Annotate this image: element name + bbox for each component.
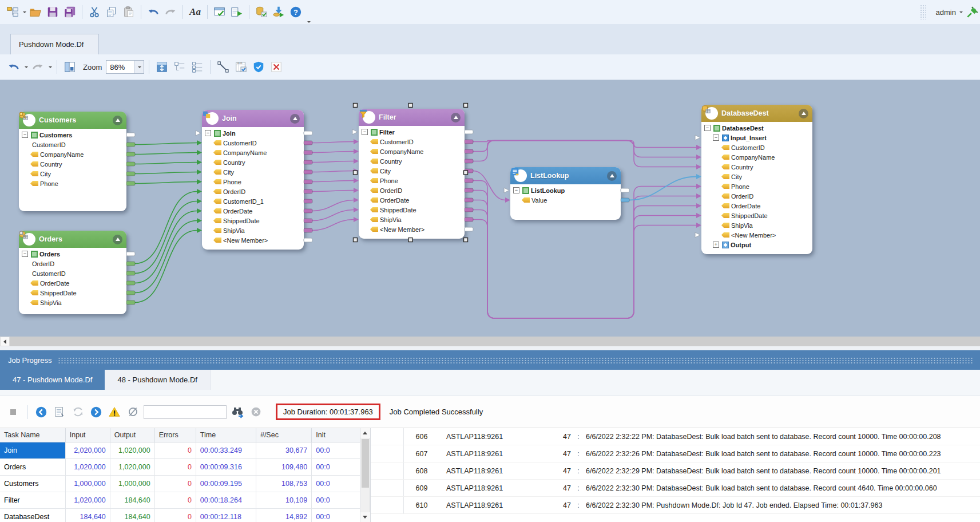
node-row[interactable]: CustomerID: [701, 143, 812, 152]
redo-button[interactable]: [162, 4, 178, 20]
canvas-horizontal-scrollbar[interactable]: [0, 337, 980, 346]
node-row[interactable]: ShipVia: [359, 215, 465, 224]
task-cell-output[interactable]: 184,640: [110, 509, 155, 522]
collapse-node-button[interactable]: [799, 109, 808, 118]
connection-wire[interactable]: [135, 211, 197, 283]
task-cell-init[interactable]: 00:0: [312, 442, 360, 459]
node-row[interactable]: CustomerID: [202, 138, 304, 148]
task-cell-input[interactable]: 1,020,000: [66, 459, 110, 476]
task-cell-task[interactable]: Filter: [0, 492, 66, 509]
collapse-node-button[interactable]: [113, 116, 122, 125]
help-button[interactable]: ?: [288, 4, 304, 20]
expander-plus-icon[interactable]: +: [713, 242, 719, 248]
link-style-button[interactable]: [215, 59, 231, 75]
task-cell-time[interactable]: 00:00:09.316: [196, 459, 256, 476]
node-header-join[interactable]: Join: [202, 110, 304, 127]
expander-minus-icon[interactable]: −: [205, 130, 211, 136]
task-cell-task[interactable]: Orders: [0, 459, 66, 476]
task-cell-errors[interactable]: 0: [155, 442, 196, 459]
designer-undo-button[interactable]: [6, 59, 22, 75]
admin-menu-caret[interactable]: [959, 11, 963, 13]
node-row[interactable]: CompanyName: [202, 148, 304, 157]
node-row[interactable]: OrderID: [701, 191, 812, 201]
task-cell-init[interactable]: 00:0: [312, 476, 360, 492]
node-header-databasedest[interactable]: DatabaseDest: [701, 105, 812, 122]
connection-wire[interactable]: [312, 152, 354, 153]
undo-history-caret[interactable]: [25, 66, 28, 68]
designer-redo-button[interactable]: [30, 59, 46, 75]
zoom-value[interactable]: 86%: [106, 63, 134, 72]
connection-wire[interactable]: [473, 141, 696, 157]
cut-button[interactable]: [86, 4, 102, 20]
expander-minus-icon[interactable]: −: [22, 251, 28, 257]
connection-wire[interactable]: [312, 171, 354, 172]
node-row[interactable]: −ListLookup: [510, 185, 621, 195]
node-row[interactable]: Country: [19, 159, 126, 169]
horizontal-layout-button[interactable]: [172, 59, 188, 75]
task-cell-errors[interactable]: 0: [155, 459, 196, 476]
verify-database-button[interactable]: [253, 4, 269, 20]
connection-wire[interactable]: [312, 210, 354, 221]
connection-wire[interactable]: [135, 163, 197, 164]
node-row[interactable]: CustomerID_1: [202, 196, 304, 206]
task-cell-output[interactable]: 184,640: [110, 492, 155, 509]
task-cell-errors[interactable]: 0: [155, 492, 196, 509]
dataflow-canvas[interactable]: Customers −CustomersCustomerIDCompanyNam…: [0, 80, 980, 337]
connection-wire[interactable]: [135, 221, 197, 293]
node-databasedest[interactable]: DatabaseDest −DatabaseDest−Input_InsertC…: [701, 105, 812, 254]
connection-wire[interactable]: [135, 192, 197, 264]
task-table-scrollbar[interactable]: [360, 428, 370, 522]
task-cell-task[interactable]: Customers: [0, 476, 66, 492]
task-cell-input[interactable]: 1,020,000: [66, 492, 110, 509]
task-row-customers[interactable]: Customers1,000,0001,000,000000:00:09.195…: [0, 476, 360, 492]
node-row[interactable]: Phone: [19, 179, 126, 188]
expander-minus-icon[interactable]: −: [513, 187, 519, 193]
log-row-610[interactable]: 610ASTLAP118:926147:6/6/2022 2:32:30 PM:…: [371, 497, 980, 514]
next-job-button[interactable]: [89, 405, 104, 420]
node-row[interactable]: ShipVia: [202, 226, 304, 235]
save-all-button[interactable]: [62, 4, 78, 20]
connection-wire[interactable]: [135, 201, 197, 274]
node-header-listlookup[interactable]: ListLookup: [510, 167, 621, 184]
node-row[interactable]: Country: [701, 162, 812, 172]
expander-minus-icon[interactable]: −: [362, 129, 368, 135]
task-cell-errors[interactable]: 0: [155, 509, 196, 522]
vertical-layout-button[interactable]: [189, 59, 205, 75]
connection-wire[interactable]: [135, 153, 197, 155]
node-row[interactable]: <New Member>: [359, 224, 465, 234]
task-row-join[interactable]: Join2,020,0001,020,000000:00:33.24930,67…: [0, 442, 360, 459]
connection-wire[interactable]: [135, 143, 197, 145]
connection-wire[interactable]: [135, 172, 197, 174]
node-row[interactable]: −Input_Insert: [701, 133, 812, 143]
node-row[interactable]: −Orders: [19, 249, 126, 259]
node-row[interactable]: CompanyName: [701, 152, 812, 162]
node-row[interactable]: City: [202, 167, 304, 177]
task-row-filter[interactable]: Filter1,020,000184,640000:00:18.26410,10…: [0, 492, 360, 509]
connection-wire[interactable]: [312, 181, 354, 182]
validate-window-button[interactable]: [212, 4, 228, 20]
clear-button[interactable]: [248, 405, 263, 420]
secure-mode-button[interactable]: [251, 59, 267, 75]
new-dropdown-caret[interactable]: [23, 11, 26, 13]
new-dataflow-button[interactable]: [5, 4, 21, 20]
task-cell-input[interactable]: 184,640: [66, 509, 110, 522]
collapse-node-button[interactable]: [290, 114, 300, 124]
task-cell-task[interactable]: DatabaseDest: [0, 509, 66, 522]
node-row[interactable]: OrderID: [359, 185, 465, 195]
connection-wire[interactable]: [473, 171, 505, 200]
log-row-606[interactable]: 606ASTLAP118:926147:6/6/2022 2:32:22 PM:…: [371, 428, 980, 445]
connection-wire[interactable]: [312, 200, 354, 211]
node-row[interactable]: −DatabaseDest: [701, 123, 812, 133]
job-tab-48[interactable]: 48 - Pushdown Mode.Df: [105, 370, 210, 390]
scrollbar-thumb[interactable]: [10, 337, 980, 346]
task-cell-task[interactable]: Join: [0, 442, 66, 459]
expander-minus-icon[interactable]: −: [704, 125, 711, 131]
node-row[interactable]: CustomerID: [19, 140, 126, 149]
save-button[interactable]: [45, 4, 61, 20]
preview-data-button[interactable]: 0101: [233, 59, 249, 75]
task-cell-time[interactable]: 00:00:18.264: [196, 492, 256, 509]
task-cell-time[interactable]: 00:00:09.195: [196, 476, 256, 492]
task-cell-time[interactable]: 00:00:12.118: [196, 509, 256, 522]
node-customers[interactable]: Customers −CustomersCustomerIDCompanyNam…: [19, 112, 126, 211]
node-row[interactable]: CompanyName: [19, 149, 126, 159]
